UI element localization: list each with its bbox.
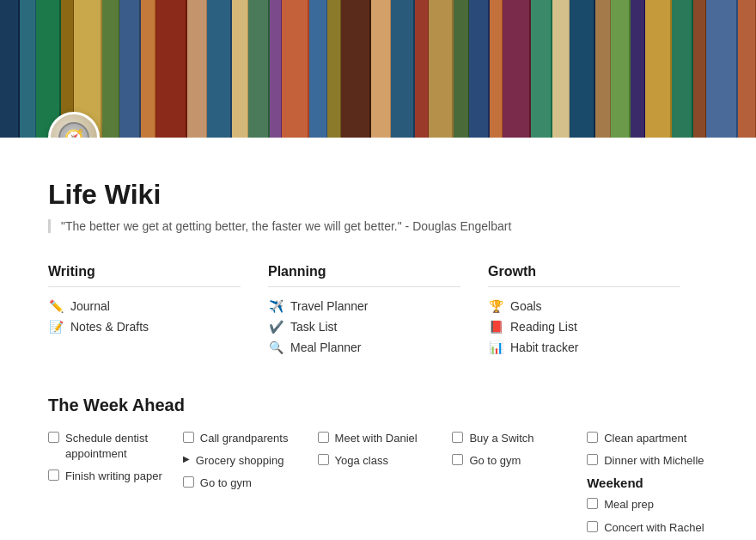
quote-text: "The better we get at getting better, th… [61, 219, 511, 233]
journal-item[interactable]: ✏️ Journal [48, 299, 241, 313]
task-item: Go to gym [452, 453, 573, 469]
travel-planner-item[interactable]: ✈️ Travel Planner [268, 299, 460, 313]
checkbox-icon[interactable] [452, 454, 463, 465]
checkbox-icon[interactable] [318, 432, 329, 443]
task-item: Finish writing paper [48, 469, 169, 484]
task-col-4: Buy a Switch Go to gym [452, 431, 573, 540]
task-text: Call grandparents [200, 431, 289, 446]
task-item: Buy a Switch [452, 431, 573, 446]
writing-title: Writing [48, 264, 241, 287]
notes-label: Notes & Drafts [70, 320, 149, 334]
task-item: ▶ Grocery shopping [183, 453, 304, 469]
checkbox-icon[interactable] [183, 432, 194, 443]
quote-block: "The better we get at getting better, th… [48, 219, 708, 233]
check-icon: ✔️ [268, 320, 284, 334]
main-content: Life Wiki "The better we get at getting … [0, 138, 756, 540]
task-text: Meal prep [604, 497, 654, 512]
reading-list-label: Reading List [510, 320, 577, 334]
meal-planner-item[interactable]: 🔍 Meal Planner [268, 341, 460, 354]
goals-item[interactable]: 🏆 Goals [488, 299, 680, 313]
growth-title: Growth [488, 264, 680, 287]
task-text: Yoga class [335, 453, 388, 469]
task-item: Dinner with Michelle [587, 453, 708, 469]
hero-cover: 🧭 [0, 0, 756, 138]
growth-section: Growth 🏆 Goals 📕 Reading List 📊 Habit tr… [488, 264, 708, 361]
task-list-label: Task List [290, 320, 337, 334]
tasks-grid: Schedule dentist appointment Finish writ… [48, 431, 708, 540]
plane-icon: ✈️ [268, 299, 284, 313]
checkbox-icon[interactable] [587, 498, 598, 509]
task-item: Call grandparents [183, 431, 304, 446]
task-text: Buy a Switch [469, 431, 533, 446]
habit-tracker-label: Habit tracker [510, 341, 578, 354]
habit-tracker-item[interactable]: 📊 Habit tracker [488, 341, 680, 354]
checkbox-icon[interactable] [587, 521, 598, 532]
task-col-5: Clean apartment Dinner with Michelle Wee… [587, 431, 708, 540]
week-title: The Week Ahead [48, 396, 708, 415]
task-text: Go to gym [200, 476, 252, 491]
notepad-icon: 📝 [48, 320, 64, 334]
page-title: Life Wiki [48, 179, 708, 211]
checkbox-icon[interactable] [452, 432, 463, 443]
journal-label: Journal [70, 299, 110, 313]
task-text: Dinner with Michelle [604, 453, 704, 469]
goals-label: Goals [510, 299, 542, 313]
checkbox-icon[interactable] [48, 469, 59, 481]
task-text: Meet with Daniel [335, 431, 418, 446]
checkbox-icon[interactable] [318, 454, 329, 465]
chart-icon: 📊 [488, 341, 503, 354]
task-text: Grocery shopping [196, 453, 284, 469]
task-text: Clean apartment [604, 431, 686, 446]
planning-section: Planning ✈️ Travel Planner ✔️ Task List … [268, 264, 488, 361]
pencil-icon: ✏️ [48, 299, 64, 313]
book-icon: 📕 [488, 320, 503, 334]
task-item: Schedule dentist appointment [48, 431, 169, 462]
reading-list-item[interactable]: 📕 Reading List [488, 320, 680, 334]
task-list-item[interactable]: ✔️ Task List [268, 320, 460, 334]
task-text: Finish writing paper [65, 469, 162, 484]
travel-planner-label: Travel Planner [290, 299, 369, 313]
task-text: Go to gym [469, 453, 521, 469]
task-col-1: Schedule dentist appointment Finish writ… [48, 431, 169, 540]
task-item: Meet with Daniel [318, 431, 439, 446]
task-item: Yoga class [318, 453, 439, 469]
task-item: Meal prep [587, 497, 708, 512]
checkbox-icon[interactable] [48, 432, 59, 443]
task-item: Clean apartment [587, 431, 708, 446]
task-item: Concert with Rachel [587, 520, 708, 536]
checkbox-icon[interactable] [587, 454, 598, 465]
task-col-2: Call grandparents ▶ Grocery shopping Go … [183, 431, 304, 540]
meal-planner-label: Meal Planner [290, 341, 362, 354]
task-text: Schedule dentist appointment [65, 431, 169, 462]
task-text: Concert with Rachel [604, 520, 704, 536]
task-col-3: Meet with Daniel Yoga class [318, 431, 439, 540]
trophy-icon: 🏆 [488, 299, 503, 313]
weekend-title: Weekend [587, 476, 708, 490]
planning-title: Planning [268, 264, 460, 287]
task-item: Go to gym [183, 476, 304, 491]
checkbox-icon[interactable] [587, 432, 598, 443]
arrow-icon: ▶ [183, 454, 190, 463]
checkbox-icon[interactable] [183, 476, 194, 488]
notes-item[interactable]: 📝 Notes & Drafts [48, 320, 241, 334]
sections-grid: Writing ✏️ Journal 📝 Notes & Drafts Plan… [48, 264, 708, 361]
writing-section: Writing ✏️ Journal 📝 Notes & Drafts [48, 264, 268, 361]
week-section: The Week Ahead Schedule dentist appointm… [48, 396, 708, 540]
search-circle-icon: 🔍 [268, 341, 284, 354]
